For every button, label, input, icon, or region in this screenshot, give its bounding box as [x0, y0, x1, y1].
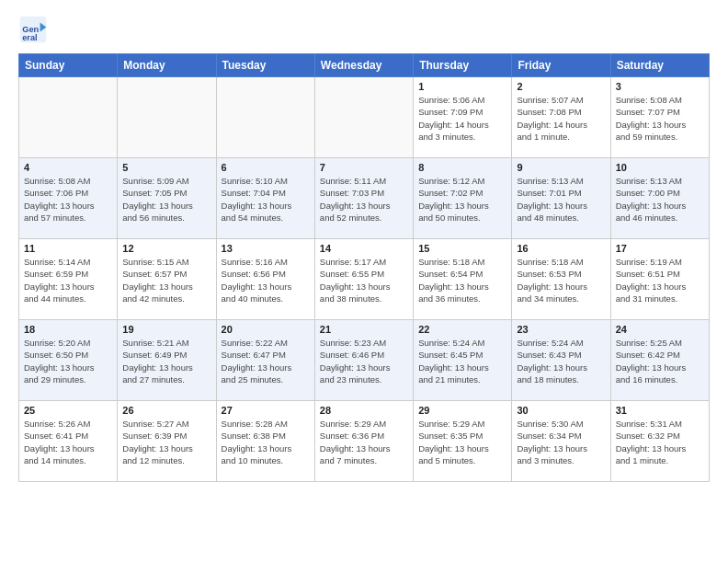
day-cell: 25Sunrise: 5:26 AMSunset: 6:41 PMDayligh… — [19, 401, 118, 482]
day-info: Sunrise: 5:22 AMSunset: 6:47 PMDaylight:… — [222, 337, 310, 385]
day-info: Sunrise: 5:27 AMSunset: 6:39 PMDaylight:… — [122, 418, 210, 466]
day-info: Sunrise: 5:18 AMSunset: 6:53 PMDaylight:… — [517, 256, 605, 304]
day-cell: 11Sunrise: 5:14 AMSunset: 6:59 PMDayligh… — [19, 239, 118, 320]
day-cell: 23Sunrise: 5:24 AMSunset: 6:43 PMDayligh… — [512, 320, 610, 401]
day-cell: 9Sunrise: 5:13 AMSunset: 7:01 PMDaylight… — [512, 158, 610, 239]
day-number: 7 — [320, 162, 408, 173]
day-cell: 31Sunrise: 5:31 AMSunset: 6:32 PMDayligh… — [610, 401, 709, 482]
day-cell: 20Sunrise: 5:22 AMSunset: 6:47 PMDayligh… — [216, 320, 314, 401]
day-number: 26 — [122, 405, 210, 416]
day-info: Sunrise: 5:26 AMSunset: 6:41 PMDaylight:… — [24, 418, 112, 466]
day-cell: 22Sunrise: 5:24 AMSunset: 6:45 PMDayligh… — [414, 320, 512, 401]
day-cell: 2Sunrise: 5:07 AMSunset: 7:08 PMDaylight… — [512, 77, 610, 158]
day-number: 25 — [24, 405, 112, 416]
header: Gen eral — [18, 15, 710, 44]
day-cell: 13Sunrise: 5:16 AMSunset: 6:56 PMDayligh… — [216, 239, 314, 320]
day-cell: 5Sunrise: 5:09 AMSunset: 7:05 PMDaylight… — [118, 158, 216, 239]
day-info: Sunrise: 5:07 AMSunset: 7:08 PMDaylight:… — [517, 94, 605, 143]
day-number: 22 — [418, 324, 506, 335]
day-number: 9 — [517, 162, 605, 173]
day-info: Sunrise: 5:06 AMSunset: 7:09 PMDaylight:… — [418, 94, 506, 143]
day-cell: 21Sunrise: 5:23 AMSunset: 6:46 PMDayligh… — [314, 320, 413, 401]
day-cell — [314, 77, 413, 158]
day-info: Sunrise: 5:10 AMSunset: 7:04 PMDaylight:… — [222, 175, 310, 224]
day-info: Sunrise: 5:12 AMSunset: 7:02 PMDaylight:… — [418, 175, 506, 224]
day-cell: 3Sunrise: 5:08 AMSunset: 7:07 PMDaylight… — [610, 77, 709, 158]
page: Gen eral SundayMondayTuesdayWednesdayThu… — [0, 0, 728, 563]
day-number: 1 — [418, 81, 506, 92]
day-cell: 19Sunrise: 5:21 AMSunset: 6:49 PMDayligh… — [118, 320, 216, 401]
day-cell: 29Sunrise: 5:29 AMSunset: 6:35 PMDayligh… — [414, 401, 512, 482]
logo-icon: Gen eral — [18, 15, 48, 44]
day-info: Sunrise: 5:24 AMSunset: 6:45 PMDaylight:… — [418, 337, 506, 385]
day-cell: 7Sunrise: 5:11 AMSunset: 7:03 PMDaylight… — [314, 158, 413, 239]
day-cell: 28Sunrise: 5:29 AMSunset: 6:36 PMDayligh… — [314, 401, 413, 482]
day-info: Sunrise: 5:15 AMSunset: 6:57 PMDaylight:… — [122, 256, 210, 304]
week-row-3: 11Sunrise: 5:14 AMSunset: 6:59 PMDayligh… — [19, 239, 710, 320]
day-number: 27 — [222, 405, 310, 416]
day-number: 30 — [517, 405, 605, 416]
weekday-friday: Friday — [512, 54, 610, 77]
day-cell: 16Sunrise: 5:18 AMSunset: 6:53 PMDayligh… — [512, 239, 610, 320]
day-cell: 24Sunrise: 5:25 AMSunset: 6:42 PMDayligh… — [610, 320, 709, 401]
weekday-sunday: Sunday — [19, 54, 118, 77]
week-row-2: 4Sunrise: 5:08 AMSunset: 7:06 PMDaylight… — [19, 158, 710, 239]
day-number: 23 — [517, 324, 605, 335]
week-row-1: 1Sunrise: 5:06 AMSunset: 7:09 PMDaylight… — [19, 77, 710, 158]
day-number: 2 — [517, 81, 605, 92]
day-number: 14 — [320, 243, 408, 254]
day-info: Sunrise: 5:20 AMSunset: 6:50 PMDaylight:… — [24, 337, 112, 385]
week-row-4: 18Sunrise: 5:20 AMSunset: 6:50 PMDayligh… — [19, 320, 710, 401]
day-info: Sunrise: 5:14 AMSunset: 6:59 PMDaylight:… — [24, 256, 112, 304]
weekday-saturday: Saturday — [610, 54, 709, 77]
day-number: 17 — [616, 243, 704, 254]
day-info: Sunrise: 5:28 AMSunset: 6:38 PMDaylight:… — [222, 418, 310, 466]
day-cell: 4Sunrise: 5:08 AMSunset: 7:06 PMDaylight… — [19, 158, 118, 239]
day-number: 8 — [418, 162, 506, 173]
day-number: 3 — [616, 81, 704, 92]
day-cell: 30Sunrise: 5:30 AMSunset: 6:34 PMDayligh… — [512, 401, 610, 482]
day-cell: 15Sunrise: 5:18 AMSunset: 6:54 PMDayligh… — [414, 239, 512, 320]
day-info: Sunrise: 5:13 AMSunset: 7:01 PMDaylight:… — [517, 175, 605, 224]
day-number: 16 — [517, 243, 605, 254]
day-info: Sunrise: 5:19 AMSunset: 6:51 PMDaylight:… — [616, 256, 704, 304]
day-info: Sunrise: 5:24 AMSunset: 6:43 PMDaylight:… — [517, 337, 605, 385]
day-info: Sunrise: 5:31 AMSunset: 6:32 PMDaylight:… — [616, 418, 704, 466]
day-cell: 18Sunrise: 5:20 AMSunset: 6:50 PMDayligh… — [19, 320, 118, 401]
day-cell: 26Sunrise: 5:27 AMSunset: 6:39 PMDayligh… — [118, 401, 216, 482]
day-cell: 27Sunrise: 5:28 AMSunset: 6:38 PMDayligh… — [216, 401, 314, 482]
day-number: 6 — [222, 162, 310, 173]
day-cell: 6Sunrise: 5:10 AMSunset: 7:04 PMDaylight… — [216, 158, 314, 239]
day-info: Sunrise: 5:30 AMSunset: 6:34 PMDaylight:… — [517, 418, 605, 466]
day-info: Sunrise: 5:18 AMSunset: 6:54 PMDaylight:… — [418, 256, 506, 304]
day-number: 31 — [616, 405, 704, 416]
day-cell — [19, 77, 118, 158]
day-number: 28 — [320, 405, 408, 416]
weekday-tuesday: Tuesday — [216, 54, 314, 77]
day-info: Sunrise: 5:25 AMSunset: 6:42 PMDaylight:… — [616, 337, 704, 385]
day-info: Sunrise: 5:17 AMSunset: 6:55 PMDaylight:… — [320, 256, 408, 304]
day-number: 18 — [24, 324, 112, 335]
day-number: 21 — [320, 324, 408, 335]
day-info: Sunrise: 5:08 AMSunset: 7:07 PMDaylight:… — [616, 94, 704, 143]
weekday-header-row: SundayMondayTuesdayWednesdayThursdayFrid… — [19, 54, 710, 77]
day-info: Sunrise: 5:09 AMSunset: 7:05 PMDaylight:… — [122, 175, 210, 224]
day-cell: 10Sunrise: 5:13 AMSunset: 7:00 PMDayligh… — [610, 158, 709, 239]
day-number: 10 — [616, 162, 704, 173]
day-number: 4 — [24, 162, 112, 173]
day-number: 15 — [418, 243, 506, 254]
day-number: 11 — [24, 243, 112, 254]
week-row-5: 25Sunrise: 5:26 AMSunset: 6:41 PMDayligh… — [19, 401, 710, 482]
day-cell: 12Sunrise: 5:15 AMSunset: 6:57 PMDayligh… — [118, 239, 216, 320]
day-cell: 8Sunrise: 5:12 AMSunset: 7:02 PMDaylight… — [414, 158, 512, 239]
svg-text:eral: eral — [22, 33, 37, 42]
day-info: Sunrise: 5:13 AMSunset: 7:00 PMDaylight:… — [616, 175, 704, 224]
weekday-thursday: Thursday — [414, 54, 512, 77]
day-info: Sunrise: 5:23 AMSunset: 6:46 PMDaylight:… — [320, 337, 408, 385]
day-number: 24 — [616, 324, 704, 335]
day-cell: 17Sunrise: 5:19 AMSunset: 6:51 PMDayligh… — [610, 239, 709, 320]
day-info: Sunrise: 5:29 AMSunset: 6:35 PMDaylight:… — [418, 418, 506, 466]
day-number: 29 — [418, 405, 506, 416]
weekday-monday: Monday — [118, 54, 216, 77]
day-number: 5 — [122, 162, 210, 173]
